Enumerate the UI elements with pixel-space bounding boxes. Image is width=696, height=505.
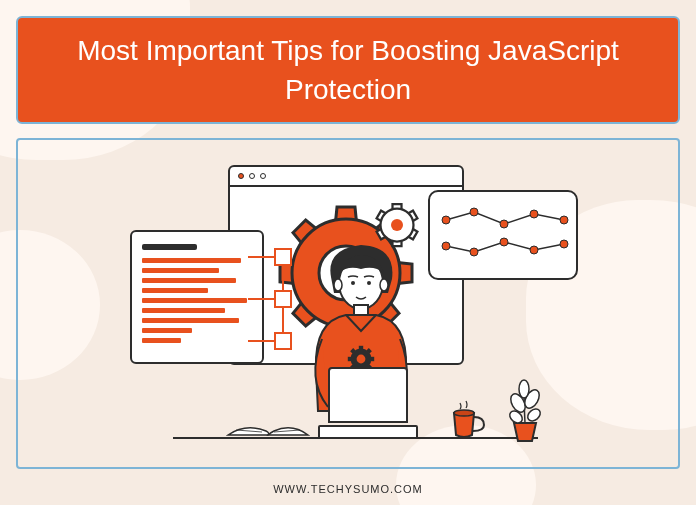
svg-point-5	[334, 279, 342, 291]
svg-point-7	[351, 281, 355, 285]
window-dot	[238, 173, 244, 179]
window-dot	[249, 173, 255, 179]
title-bar: Most Important Tips for Boosting JavaScr…	[16, 16, 680, 124]
code-line	[142, 308, 225, 313]
code-header-line	[142, 244, 197, 250]
code-panel	[130, 230, 264, 364]
svg-point-11	[357, 355, 366, 364]
svg-point-6	[380, 279, 388, 291]
article-title: Most Important Tips for Boosting JavaScr…	[48, 31, 648, 109]
plant-icon	[504, 379, 546, 443]
illustration-scene	[18, 140, 678, 467]
graph-panel	[428, 190, 578, 280]
footer-url: WWW.TECHYSUMO.COM	[0, 483, 696, 495]
code-line	[142, 278, 236, 283]
code-line	[142, 318, 239, 323]
featured-banner: Most Important Tips for Boosting JavaScr…	[0, 0, 696, 505]
svg-point-8	[367, 281, 371, 285]
svg-point-3	[391, 219, 403, 231]
code-line	[142, 258, 241, 263]
code-line	[142, 268, 219, 273]
svg-point-17	[519, 380, 529, 398]
mug-icon	[448, 399, 488, 439]
illustration-panel	[16, 138, 680, 469]
svg-point-19	[525, 407, 542, 424]
code-line	[142, 328, 192, 333]
code-line	[142, 288, 208, 293]
svg-point-14	[454, 410, 474, 416]
code-line	[142, 298, 247, 303]
code-line	[142, 338, 181, 343]
browser-titlebar	[230, 167, 462, 187]
window-dot	[260, 173, 266, 179]
laptop-icon	[318, 367, 418, 439]
